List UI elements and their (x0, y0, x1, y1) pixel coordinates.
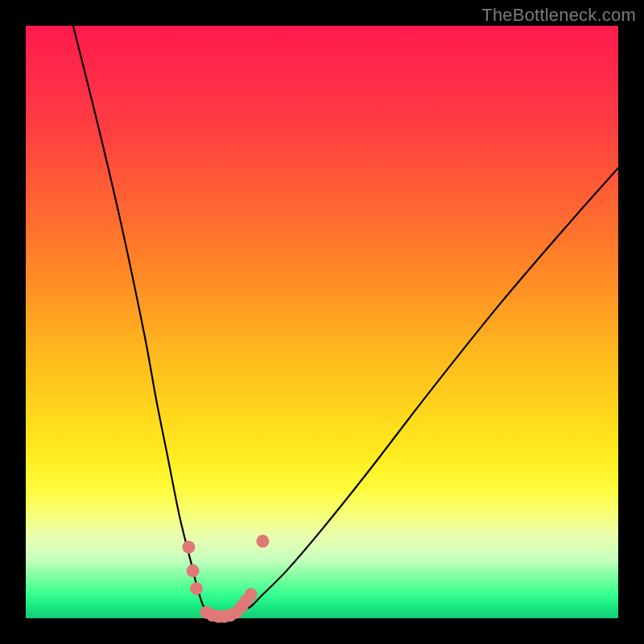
curve-marker (190, 582, 203, 595)
curve-marker (187, 564, 200, 577)
overlay-svg (26, 26, 618, 618)
plot-area (26, 26, 618, 618)
watermark-text: TheBottleneck.com (481, 5, 636, 26)
chart-frame: TheBottleneck.com (0, 0, 644, 644)
bottleneck-curve (73, 26, 618, 619)
curve-marker (245, 588, 258, 601)
curve-marker (182, 541, 195, 554)
curve-marker (256, 535, 269, 547)
